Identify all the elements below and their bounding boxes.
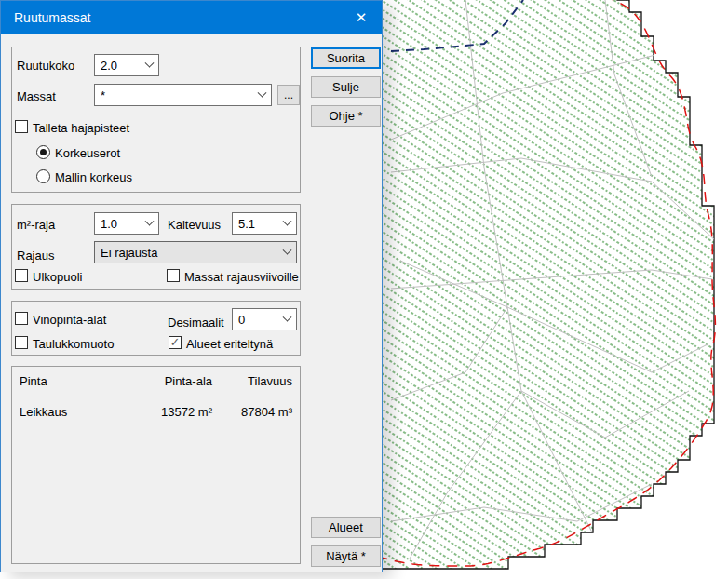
alueet-eriteltyna-checkbox[interactable]: ✓ — [169, 336, 182, 349]
sulje-button[interactable]: Sulje — [311, 76, 381, 98]
m2-raja-label: m²-raja — [17, 218, 55, 232]
desimaalit-combo[interactable]: 0 — [232, 308, 297, 330]
ruutukoko-value: 2.0 — [95, 59, 140, 73]
mallin-korkeus-radio[interactable] — [36, 169, 50, 183]
ohje-button[interactable]: Ohje * — [311, 105, 381, 127]
vinopinta-alat-checkbox[interactable]: ✓ — [15, 312, 28, 325]
kaltevuus-combo[interactable]: 5.1 — [232, 212, 297, 235]
massat-combo[interactable]: * — [94, 84, 272, 106]
ruutumassat-dialog: Ruutumassat ✕ Ruutukoko 2.0 Massat * ...… — [0, 0, 383, 572]
results-row-volume: 87804 m³ — [217, 405, 292, 419]
kaltevuus-value: 5.1 — [233, 217, 277, 231]
massat-browse-button[interactable]: ... — [277, 85, 300, 105]
korkeuserot-radio[interactable] — [36, 145, 50, 159]
mallin-korkeus-label: Mallin korkeus — [55, 170, 132, 184]
chevron-down-icon[interactable] — [277, 213, 296, 234]
vinopinta-alat-label: Vinopinta-alat — [33, 313, 106, 327]
alueet-eriteltyna-label: Alueet eriteltynä — [186, 337, 273, 351]
rajaus-label: Rajaus — [17, 249, 54, 263]
taulukkomuoto-checkbox[interactable]: ✓ — [15, 336, 28, 349]
results-panel — [11, 366, 301, 564]
results-header-tilavuus: Tilavuus — [217, 374, 292, 388]
dialog-title: Ruutumassat — [1, 10, 341, 25]
m2-raja-value: 1.0 — [95, 217, 140, 231]
talleta-hajapisteet-label: Talleta hajapisteet — [33, 121, 129, 135]
ruutukoko-combo[interactable]: 2.0 — [94, 54, 159, 76]
desimaalit-label: Desimaalit — [168, 316, 224, 330]
massat-value: * — [95, 88, 252, 102]
alueet-button[interactable]: Alueet — [311, 517, 381, 538]
talleta-hajapisteet-checkbox[interactable]: ✓ — [15, 120, 28, 133]
taulukkomuoto-label: Taulukkomuoto — [33, 337, 114, 351]
rajaus-value: Ei rajausta — [95, 246, 277, 260]
chevron-down-icon[interactable] — [277, 242, 296, 263]
results-row-surface: Leikkaus — [20, 405, 67, 419]
results-header-pinta: Pinta — [20, 374, 47, 388]
ulkopuoli-label: Ulkopuoli — [33, 270, 82, 284]
ulkopuoli-checkbox[interactable]: ✓ — [15, 269, 28, 282]
suorita-button[interactable]: Suorita — [311, 47, 381, 69]
chevron-down-icon[interactable] — [277, 309, 296, 330]
massat-label: Massat — [17, 89, 56, 103]
close-icon[interactable]: ✕ — [341, 1, 382, 34]
desimaalit-value: 0 — [233, 313, 277, 327]
chevron-down-icon[interactable] — [252, 85, 271, 105]
kaltevuus-label: Kaltevuus — [168, 218, 221, 232]
korkeuserot-label: Korkeuserot — [55, 146, 120, 160]
results-header-pinta-ala: Pinta-ala — [110, 374, 212, 388]
massat-rajausviivoille-checkbox[interactable]: ✓ — [167, 269, 180, 282]
chevron-down-icon[interactable] — [140, 55, 158, 75]
nayta-button[interactable]: Näytä * — [311, 545, 381, 567]
rajaus-combo[interactable]: Ei rajausta — [94, 241, 297, 263]
m2-raja-combo[interactable]: 1.0 — [94, 212, 159, 235]
results-row-area: 13572 m² — [110, 405, 212, 419]
ruutukoko-label: Ruutukoko — [17, 59, 74, 73]
massat-rajausviivoille-label: Massat rajausviivoille — [184, 270, 299, 284]
titlebar[interactable]: Ruutumassat ✕ — [1, 1, 382, 34]
check-icon: ✓ — [170, 336, 181, 348]
chevron-down-icon[interactable] — [140, 213, 158, 234]
